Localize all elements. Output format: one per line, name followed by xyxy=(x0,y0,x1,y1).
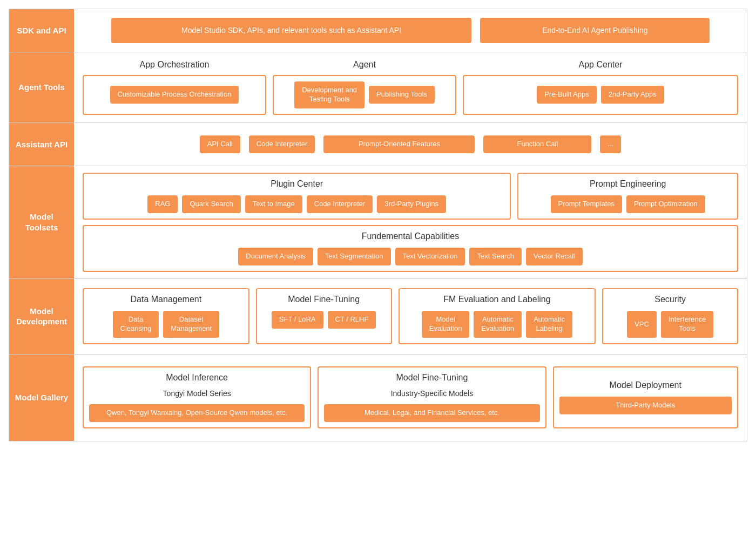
agent-title: Agent xyxy=(353,60,376,70)
sdk-content: Model Studio SDK, APIs, and relevant too… xyxy=(74,9,747,52)
sdk-row: SDK and API Model Studio SDK, APIs, and … xyxy=(9,9,747,52)
toolsets-row: Model Toolsets Plugin Center RAG Quark S… xyxy=(9,166,747,279)
prebuilt-apps-box: Pre-Built Apps xyxy=(537,86,596,104)
sdk-box2: End-to-End AI Agent Publishing xyxy=(480,18,710,43)
publishing-tools-box: Publishing Tools xyxy=(369,86,435,104)
fundamental-title: Fundemental Capabilities xyxy=(89,231,732,241)
medical-box: Medical, Legal, and Financial Services, … xyxy=(324,404,539,422)
data-cleansing-box: DataCleansing xyxy=(113,311,159,338)
development-content: Data Management DataCleansing DatasetMan… xyxy=(74,279,747,354)
dataset-mgmt-box: DatasetManagement xyxy=(163,311,219,338)
ct-rlhf-box: CT / RLHF xyxy=(328,311,376,329)
model-deployment-title: Model Deployment xyxy=(610,380,681,390)
auto-eval-box: AutomaticEvaluation xyxy=(474,311,522,338)
function-call-box: Function Call xyxy=(483,135,591,153)
tongyi-subtitle: Tongyi Model Series xyxy=(163,389,231,398)
toolsets-content: Plugin Center RAG Quark Search Text to I… xyxy=(74,166,747,278)
ellipsis-box: ... xyxy=(600,135,621,153)
fm-eval-title: FM Evaluation and Labeling xyxy=(443,295,550,304)
assistant-row: Assistant API API Call Code Interpreter … xyxy=(9,123,747,166)
text-vectorization-box: Text Vectorization xyxy=(395,248,465,265)
agent-row: Agent Tools App Orchestration Customizab… xyxy=(9,52,747,123)
code-interpreter-box: Code Interpreter xyxy=(249,135,315,153)
prompt-oriented-box: Prompt-Oriented Features xyxy=(323,135,475,153)
gallery-label: Model Gallery xyxy=(9,355,74,441)
gallery-content: Model Inference Tongyi Model Series Qwen… xyxy=(74,355,747,441)
document-analysis-box: Document Analysis xyxy=(238,248,313,265)
vector-recall-box: Vector Recall xyxy=(526,248,583,265)
assistant-label: Assistant API xyxy=(9,123,74,166)
toolsets-label: Model Toolsets xyxy=(9,166,74,278)
sdk-box1: Model Studio SDK, APIs, and relevant too… xyxy=(111,18,472,43)
third-party-models-box: Third-Party Models xyxy=(559,397,732,414)
plugin-code-interpreter-box: Code Interpreter xyxy=(307,195,373,213)
customizable-process-box: Customizable Process Orchestration xyxy=(110,86,239,104)
sft-lora-box: SFT / LoRA xyxy=(272,311,323,329)
industry-subtitle: Industry-Specific Models xyxy=(391,389,474,398)
prompt-engineering-title: Prompt Engineering xyxy=(590,179,666,189)
prompt-optimization-box: Prompt Optimization xyxy=(626,195,705,213)
api-call-box: API Call xyxy=(200,135,240,153)
vpc-box: VPC xyxy=(627,311,657,338)
main-diagram: SDK and API Model Studio SDK, APIs, and … xyxy=(9,9,747,441)
third-party-plugins-box: 3rd-Party Plugins xyxy=(377,195,446,213)
agent-content: App Orchestration Customizable Process O… xyxy=(74,52,747,122)
interference-box: InterferenceTools xyxy=(661,311,713,338)
fine-tuning-title: Model Fine-Tuning xyxy=(288,295,360,304)
gallery-row: Model Gallery Model Inference Tongyi Mod… xyxy=(9,355,747,441)
app-center-title: App Center xyxy=(579,60,623,70)
model-eval-box: ModelEvaluation xyxy=(422,311,470,338)
app-orchestration-title: App Orchestration xyxy=(140,60,210,70)
auto-labeling-box: AutomaticLabeling xyxy=(526,311,572,338)
dev-testing-box: Development andTesting Tools xyxy=(294,81,364,108)
assistant-content: API Call Code Interpreter Prompt-Oriente… xyxy=(74,123,747,166)
development-row: Model Development Data Management DataCl… xyxy=(9,279,747,355)
quark-search-box: Quark Search xyxy=(182,195,240,213)
prompt-templates-box: Prompt Templates xyxy=(551,195,623,213)
plugin-center-title: Plugin Center xyxy=(89,179,504,189)
gallery-fine-tuning-title: Model Fine-Tuning xyxy=(396,373,468,383)
secondparty-apps-box: 2nd-Party Apps xyxy=(601,86,664,104)
text-segmentation-box: Text Segmentation xyxy=(318,248,391,265)
security-title: Security xyxy=(654,295,686,304)
qwen-box: Qwen, Tongyi Wanxaing, Open-Source Qwen … xyxy=(89,404,305,422)
model-inference-title: Model Inference xyxy=(166,373,228,383)
rag-box: RAG xyxy=(147,195,178,213)
sdk-label: SDK and API xyxy=(9,9,74,52)
text-search-box: Text Search xyxy=(469,248,522,265)
data-mgmt-title: Data Management xyxy=(131,295,202,304)
development-label: Model Development xyxy=(9,279,74,354)
text-to-image-box: Text to Image xyxy=(245,195,302,213)
agent-label: Agent Tools xyxy=(9,52,74,122)
